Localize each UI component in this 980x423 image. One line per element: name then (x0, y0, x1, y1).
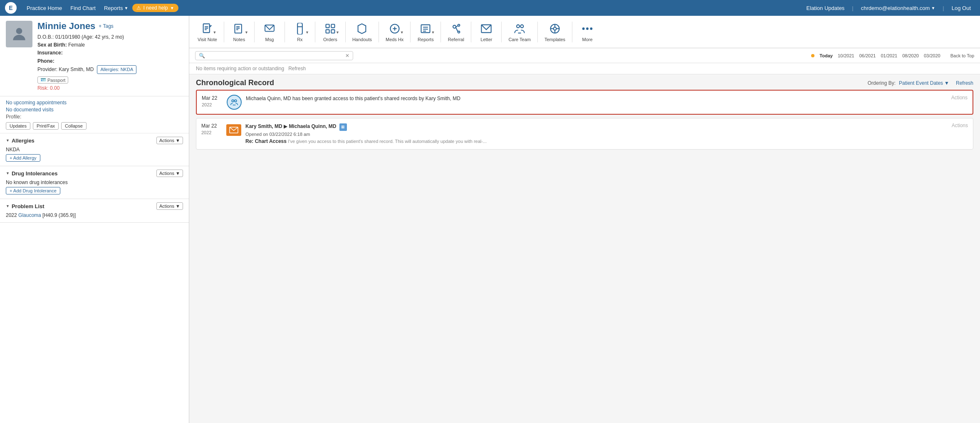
problem-list-section: ▼ Problem List Actions ▼ 2022 Glaucoma [… (0, 199, 189, 223)
clear-icon[interactable]: ✕ (345, 53, 349, 59)
toolbar-msg[interactable]: Msg (257, 19, 282, 45)
passport-badge: 🪪 Passport (37, 76, 68, 84)
toolbar-notes[interactable]: ▼ Notes (227, 19, 252, 45)
toolbar-divider (501, 22, 502, 42)
record-item: Mar 22 2022 Kary Smith, MD ▶ Mi (196, 118, 973, 150)
reports-label: Reports (418, 37, 434, 42)
allergies-title: ▼ Allergies (6, 138, 35, 144)
toolbar-divider (315, 22, 315, 42)
toolbar-care-team[interactable]: Care Team (504, 19, 535, 45)
logout-link[interactable]: Log Out (948, 5, 975, 11)
patient-details: D.O.B.: 01/10/1980 (Age: 42 yrs, 2 mo) S… (37, 33, 183, 74)
updates-button[interactable]: Updates (6, 122, 30, 130)
elation-updates-link[interactable]: Elation Updates (802, 5, 849, 11)
toolbar-divider (572, 22, 572, 42)
patient-links: No upcoming appointments No documented v… (0, 96, 189, 133)
chevron-down-icon: ▼ (305, 30, 309, 34)
handouts-label: Handouts (352, 37, 372, 42)
patient-name-row: Minnie Jones + Tags (37, 21, 183, 32)
right-content: ▼ Visit Note ▼ Notes (189, 16, 980, 423)
allergies-actions-button[interactable]: Actions ▼ (156, 137, 183, 144)
svg-rect-14 (326, 30, 329, 33)
envelope-icon (226, 124, 241, 136)
patient-info: Minnie Jones + Tags D.O.B.: 01/10/1980 (… (37, 21, 183, 92)
search-bar: 🔍 ✕ (195, 51, 353, 60)
record-actions[interactable]: Actions (952, 123, 968, 128)
toolbar-handouts[interactable]: Handouts (348, 19, 376, 45)
problem-list-title: ▼ Problem List (6, 203, 45, 209)
triangle-icon: ▼ (6, 171, 10, 175)
allergies-badge[interactable]: Allergies: NKDA (97, 65, 136, 74)
tags-link[interactable]: + Tags (99, 23, 113, 29)
chrono-refresh-button[interactable]: Refresh (956, 80, 973, 86)
msg-label: Msg (265, 37, 274, 42)
record-date: Mar 22 2022 (202, 95, 223, 108)
svg-rect-12 (326, 24, 329, 27)
toolbar-divider (441, 22, 441, 42)
nav-find-chart[interactable]: Find Chart (66, 5, 100, 11)
chevron-down-icon: ▼ (176, 171, 180, 176)
collapse-button[interactable]: Collapse (61, 122, 87, 130)
no-appointments-link[interactable]: No upcoming appointments (6, 100, 183, 106)
svg-point-0 (16, 28, 22, 34)
user-email-link[interactable]: chrdemo@elationhealth.com ▼ (857, 5, 940, 11)
timeline-date-1[interactable]: 10/2021 (838, 53, 854, 58)
problem-code: [H40.9 (365.9)] (42, 212, 76, 218)
left-sidebar: Minnie Jones + Tags D.O.B.: 01/10/1980 (… (0, 16, 189, 423)
record-content: Michaela Quinn, MD has been granted acce… (246, 95, 947, 102)
svg-point-30 (521, 25, 524, 27)
problem-list-header: ▼ Problem List Actions ▼ (6, 202, 183, 210)
toolbar-reports[interactable]: ▼ Reports (413, 19, 438, 45)
problem-year: 2022 (6, 212, 17, 218)
chevron-down-icon: ▼ (931, 6, 935, 10)
chrono-title: Chronological Record (196, 79, 274, 87)
problem-list-actions-button[interactable]: Actions ▼ (156, 202, 183, 210)
record-actions[interactable]: Actions (951, 95, 968, 101)
timeline-marker (811, 54, 814, 57)
back-to-top-link[interactable]: Back to Top (950, 53, 974, 58)
patient-dob: D.O.B.: 01/10/1980 (Age: 42 yrs, 2 mo) (37, 33, 183, 41)
drug-intolerances-section: ▼ Drug Intolerances Actions ▼ No known d… (0, 166, 189, 199)
nav-practice-home[interactable]: Practice Home (22, 5, 66, 11)
profile-actions: Updates Print/Fax Collapse (6, 122, 183, 130)
print-fax-button[interactable]: Print/Fax (33, 122, 59, 130)
toolbar-meds-hx[interactable]: ▼ Meds Hx (381, 19, 408, 45)
status-refresh-link[interactable]: Refresh (288, 66, 306, 71)
timeline-date-4[interactable]: 08/2020 (902, 53, 919, 58)
svg-point-29 (517, 25, 520, 27)
svg-line-27 (456, 27, 458, 32)
toolbar-referral[interactable]: Referral (443, 19, 468, 45)
toolbar: ▼ Visit Note ▼ Notes (189, 16, 980, 48)
patient-provider: Provider: Kary Smith, MD (37, 66, 94, 74)
timeline-date-3[interactable]: 01/2021 (881, 53, 897, 58)
search-input[interactable] (207, 53, 345, 59)
problem-link[interactable]: Glaucoma (18, 212, 41, 218)
toolbar-rx[interactable]: ▼ Rx (287, 19, 312, 45)
chevron-down-icon: ▼ (213, 30, 217, 34)
timeline-today[interactable]: Today (819, 53, 833, 58)
toolbar-divider (537, 22, 538, 42)
no-visits-link[interactable]: No documented visits (6, 107, 183, 113)
timeline-date-5[interactable]: 03/2020 (924, 53, 940, 58)
record-month-day: Mar 22 (201, 123, 222, 130)
toolbar-visit-note[interactable]: ▼ Visit Note (193, 19, 221, 45)
search-icon: 🔍 (199, 53, 205, 59)
visit-note-label: Visit Note (198, 37, 217, 42)
help-button[interactable]: ⚠ I need help ▼ (132, 4, 178, 12)
svg-point-38 (586, 27, 589, 30)
toolbar-letter[interactable]: Letter (474, 19, 499, 45)
toolbar-templates[interactable]: Templates (540, 19, 569, 45)
timeline-date-2[interactable]: 06/2021 (859, 53, 876, 58)
referral-label: Referral (448, 37, 464, 42)
add-allergy-button[interactable]: + Add Allergy (6, 154, 40, 162)
toolbar-orders[interactable]: ▼ Orders (318, 19, 343, 45)
patient-sex: Sex at Birth: Female (37, 41, 183, 49)
patient-insurance: Insurance: (37, 49, 183, 57)
drug-intolerances-actions-button[interactable]: Actions ▼ (156, 170, 183, 177)
add-drug-intolerance-button[interactable]: + Add Drug Intolerance (6, 187, 60, 194)
triangle-icon: ▼ (6, 138, 10, 143)
ordering-value-dropdown[interactable]: Patient Event Dates ▼ (899, 80, 949, 86)
toolbar-more[interactable]: More (575, 19, 600, 45)
nav-reports[interactable]: Reports ▼ (100, 5, 132, 11)
warning-icon: ⚠ (136, 5, 141, 11)
